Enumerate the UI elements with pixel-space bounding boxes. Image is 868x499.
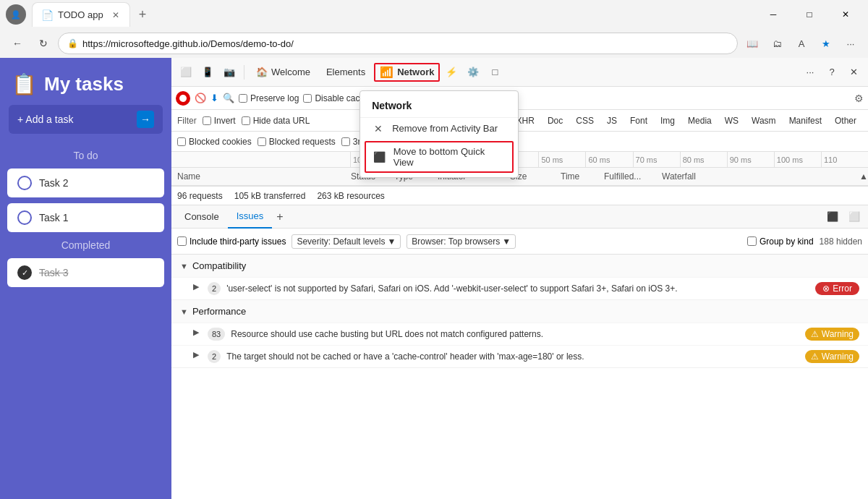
issue-row-0: ▶ 2 'user-select' is not supported by Sa… xyxy=(171,277,868,299)
task-item-task3[interactable]: ✓ Task 3 xyxy=(7,258,164,287)
browser-chevron-icon: ▼ xyxy=(502,236,511,247)
browser-dropdown[interactable]: Browser: Top browsers ▼ xyxy=(407,234,516,249)
col-header-waterfall[interactable]: Waterfall ▲ xyxy=(662,171,868,182)
hide-data-url-checkbox[interactable] xyxy=(242,116,250,125)
tab-icon: 📄 xyxy=(41,9,54,21)
context-menu-move[interactable]: ⬛ Move to bottom Quick View xyxy=(365,141,514,173)
back-button[interactable]: ← xyxy=(6,32,29,55)
tab-network[interactable]: 📶 Network xyxy=(374,63,440,82)
help-button[interactable]: ? xyxy=(822,62,842,82)
address-bar: ← ↻ 🔒 https://microsoftedge.github.io/De… xyxy=(0,29,868,58)
context-menu-header: Network xyxy=(360,94,518,118)
third-party-checkbox[interactable] xyxy=(341,137,350,146)
reload-button[interactable]: ↻ xyxy=(32,32,55,55)
tab-memory[interactable]: ⚙️ xyxy=(463,62,483,82)
filter-tab-ws[interactable]: WS xyxy=(719,114,744,127)
task-checkbox-task2[interactable] xyxy=(17,176,32,190)
blocked-cookies-checkbox[interactable] xyxy=(177,137,186,146)
maximize-button[interactable]: □ xyxy=(793,3,826,26)
more-button[interactable]: ··· xyxy=(839,32,862,55)
network-settings-button[interactable]: ⚙ xyxy=(854,93,864,104)
context-menu-remove[interactable]: ✕ Remove from Activity Bar xyxy=(360,118,518,140)
device-button[interactable]: 📱 xyxy=(197,62,218,82)
blocked-requests-checkbox[interactable] xyxy=(258,137,266,146)
tab-welcome-label: Welcome xyxy=(271,67,310,77)
blocked-requests-label: Blocked requests xyxy=(258,137,336,147)
col-header-fulfilled[interactable]: Fulfilled... xyxy=(604,171,662,182)
filter-tab-media[interactable]: Media xyxy=(682,114,718,127)
tab-welcome[interactable]: 🏠 Welcome xyxy=(249,59,318,85)
ruler-tick-10: 110 xyxy=(821,152,868,168)
issues-toolbar: Include third-party issues Severity: Def… xyxy=(171,229,868,255)
issue-row-2: ▶ 2 The target should not be cached or h… xyxy=(171,345,868,367)
tab-console[interactable]: Console xyxy=(176,205,228,229)
invert-checkbox[interactable] xyxy=(203,116,211,125)
compatibility-section-header[interactable]: ▼ Compatibility xyxy=(171,255,868,277)
more-tools-button[interactable]: ··· xyxy=(800,62,820,82)
sidebar-header: 📋 My tasks xyxy=(0,58,171,105)
blocked-cookies-label: Blocked cookies xyxy=(177,137,252,147)
issue-expand-icon-2[interactable]: ▶ xyxy=(193,350,199,359)
completed-section-label: Completed xyxy=(0,235,171,255)
col-header-name[interactable]: Name xyxy=(177,171,351,182)
font-button[interactable]: A xyxy=(790,32,813,55)
col-header-time[interactable]: Time xyxy=(561,171,604,182)
devtools-panel: ⬜ 📱 📷 🏠 Welcome Elements 📶 Network xyxy=(171,58,868,499)
context-menu-move-label: Move to bottom Quick View xyxy=(393,146,505,168)
task-checkbox-task3[interactable]: ✓ xyxy=(17,265,32,280)
fetch-button[interactable]: ⬇ xyxy=(210,93,218,103)
bottom-panel-tabs: Console Issues + ⬛ ⬜ xyxy=(171,205,868,229)
filter-tab-manifest[interactable]: Manifest xyxy=(783,114,827,127)
include-third-party-checkbox[interactable] xyxy=(177,236,187,246)
avatar: 👤 xyxy=(6,4,26,25)
main-content: 📋 My tasks + Add a task → To do Task 2 T… xyxy=(0,58,868,499)
dock-button[interactable]: ⬛ xyxy=(823,208,842,226)
devtools-close-button[interactable]: ✕ xyxy=(843,62,864,82)
record-button[interactable] xyxy=(176,91,190,106)
performance-section-header[interactable]: ▼ Performance xyxy=(171,300,868,323)
tab-issues[interactable]: Issues xyxy=(228,205,273,229)
minimize-button[interactable]: ─ xyxy=(757,3,790,26)
close-button[interactable]: ✕ xyxy=(829,3,862,26)
task-item-task1[interactable]: Task 1 xyxy=(7,203,164,232)
disable-cache-checkbox[interactable] xyxy=(303,94,312,103)
tab-elements[interactable]: Elements xyxy=(319,59,373,85)
filter-tab-wasm[interactable]: Wasm xyxy=(746,114,782,127)
filter-tab-img[interactable]: Img xyxy=(655,114,681,127)
network-stats-row: 96 requests 105 kB transferred 263 kB re… xyxy=(171,187,868,205)
add-tab-button[interactable]: + xyxy=(272,210,287,223)
filter-tab-js[interactable]: JS xyxy=(601,114,623,127)
favorite-button[interactable]: ★ xyxy=(814,32,838,55)
url-bar[interactable]: 🔒 https://microsoftedge.github.io/Demos/… xyxy=(58,33,738,54)
read-mode-button[interactable]: 📖 xyxy=(741,32,764,55)
add-task-button[interactable]: + Add a task → xyxy=(9,105,163,134)
collections-button[interactable]: 🗂 xyxy=(765,32,788,55)
search-button[interactable]: 🔍 xyxy=(223,93,234,103)
expand-button[interactable]: ⬜ xyxy=(845,208,864,226)
tab-close-button[interactable]: ✕ xyxy=(111,9,121,22)
clear-button[interactable]: 🚫 xyxy=(195,93,206,103)
group-by-kind-checkbox[interactable] xyxy=(747,236,757,246)
add-task-arrow-icon: → xyxy=(137,111,154,128)
task-checkbox-task1[interactable] xyxy=(17,210,32,225)
severity-dropdown[interactable]: Severity: Default levels ▼ xyxy=(292,234,401,249)
active-tab[interactable]: 📄 TODO app ✕ xyxy=(32,2,130,27)
filter-tab-other[interactable]: Other xyxy=(829,114,862,127)
include-third-party-label: Include third-party issues xyxy=(177,236,286,247)
wifi-icon: 📶 xyxy=(380,66,393,79)
inspect-button[interactable]: ⬜ xyxy=(176,62,196,82)
screenshot-button[interactable]: 📷 xyxy=(219,62,239,82)
filter-tab-css[interactable]: CSS xyxy=(570,114,600,127)
issue-expand-icon-1[interactable]: ▶ xyxy=(193,328,199,337)
task-item-task2[interactable]: Task 2 xyxy=(7,169,164,197)
issue-expand-icon[interactable]: ▶ xyxy=(193,282,199,291)
devtools-toolbar-2: 🚫 ⬇ 🔍 Preserve log Disable cache ⚙ xyxy=(171,87,868,110)
preserve-log-checkbox[interactable] xyxy=(239,94,247,103)
filter-tab-font[interactable]: Font xyxy=(624,114,653,127)
new-tab-button[interactable]: + xyxy=(133,4,153,25)
filter-tab-doc[interactable]: Doc xyxy=(542,114,569,127)
tab-performance[interactable]: ⚡ xyxy=(441,62,461,82)
filter-type-tabs: Fetch/XHR Doc CSS JS Font Img Media WS W… xyxy=(486,114,862,127)
filter-label: Filter xyxy=(177,116,197,126)
tab-application[interactable]: □ xyxy=(485,62,505,82)
